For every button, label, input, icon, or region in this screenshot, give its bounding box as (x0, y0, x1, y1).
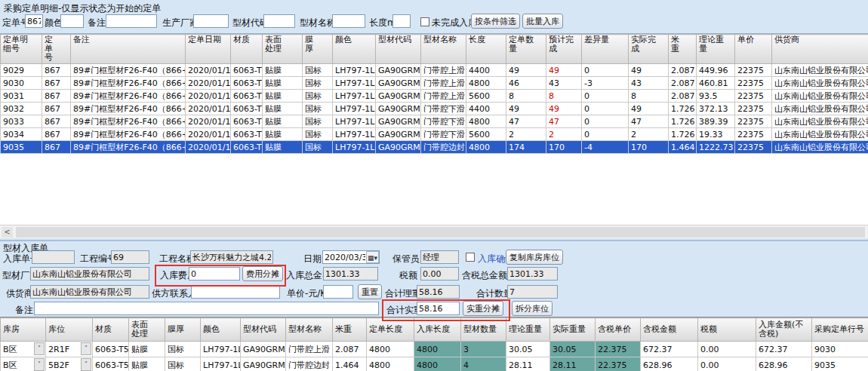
note-input[interactable] (34, 302, 379, 315)
location-combobox[interactable]: 5B2F˅ (46, 357, 93, 371)
col-theory-weight[interactable]: 理论重量 (506, 318, 550, 342)
order-table-row[interactable]: 9031 867 89#门框型材F26-F40（866+867） 2020/01… (1, 90, 868, 103)
scrollbar-track[interactable] (16, 227, 865, 238)
copy-warehouse-button[interactable]: 复制库房库位 (506, 250, 563, 265)
color-filter-input[interactable] (60, 14, 84, 28)
project-name-input[interactable] (190, 250, 273, 264)
calendar-dropdown-icon[interactable]: ▦▾ (366, 251, 379, 263)
col-amount-no-tax[interactable]: 入库金额(不含税) (756, 318, 812, 342)
total-actual-weight-input[interactable] (417, 302, 460, 315)
col-length[interactable]: 长度 (466, 35, 506, 64)
inbound-fee-input[interactable] (189, 267, 240, 281)
cell-remark: 89#门框型材F26-F40（866+867） (71, 90, 186, 103)
chevron-down-icon[interactable]: ˅ (34, 358, 45, 371)
col-order-detail-no[interactable]: 定单明细号 (1, 35, 42, 64)
split-location-button[interactable]: 拆分库位 (512, 301, 553, 316)
unit-price-input[interactable] (323, 285, 353, 299)
col-meter-weight[interactable]: 米重 (333, 318, 367, 342)
supplier-input[interactable] (30, 285, 149, 299)
col-order-qty[interactable]: 定单数量 (506, 35, 546, 64)
col-surface[interactable]: 表面处理 (263, 35, 303, 64)
chevron-down-icon[interactable]: ˅ (81, 358, 91, 371)
col-actual-weight[interactable]: 实际重量 (550, 318, 596, 342)
col-profile-name[interactable]: 型材名称 (421, 35, 466, 64)
cell-supplier: 山东南山铝业股份有限公司 (772, 103, 868, 115)
actual-weight-allocate-button[interactable]: 实重分摊 (463, 301, 503, 316)
order-table-row[interactable]: 9033 867 89#门框型材F26-F40（866+867） 2020/01… (1, 115, 868, 128)
col-remark[interactable]: 备注 (71, 35, 186, 64)
col-amount-with-tax[interactable]: 含税金额 (641, 318, 698, 342)
tax-input[interactable] (420, 267, 459, 281)
order-table-row[interactable]: 9034 867 89#门框型材F26-F40（866+867） 2020/01… (1, 128, 868, 141)
chevron-down-icon[interactable]: ˅ (81, 342, 91, 355)
cell-expected-done: 170 (546, 141, 582, 154)
col-actual-done[interactable]: 实际完成 (629, 35, 669, 64)
length-filter-input[interactable] (392, 14, 411, 28)
inbound-no-input[interactable] (32, 250, 75, 264)
fee-allocate-button[interactable]: 费用分摊 (242, 266, 283, 281)
col-film[interactable]: 膜厚 (165, 318, 201, 342)
col-supplier[interactable]: 供货商 (772, 35, 868, 64)
inbound-confirm-checkbox[interactable] (466, 253, 475, 262)
col-profile-code[interactable]: 型材代码 (241, 318, 286, 342)
cell-expected-done: 49 (546, 103, 582, 115)
order-no-input[interactable] (25, 14, 43, 28)
remark-filter-input[interactable] (106, 14, 157, 28)
unfinished-inbound-checkbox[interactable] (420, 17, 429, 26)
col-unit-price[interactable]: 单价 (735, 35, 772, 64)
location-combobox[interactable]: 2R1F˅ (46, 342, 93, 357)
chevron-down-icon[interactable]: ˅ (34, 342, 45, 355)
inbound-table-row[interactable]: B区˅ 5B2F˅ 6063-T5 贴膜 国标 LH797-1LL0 GA90G… (1, 357, 868, 371)
warehouse-combobox[interactable]: B区˅ (1, 357, 46, 371)
total-quantity-input[interactable] (507, 285, 558, 299)
col-order-no[interactable]: 定单号 (42, 35, 71, 64)
order-table-row[interactable]: 9029 867 89#门框型材F26-F40（866+867） 2020/01… (1, 64, 868, 77)
batch-inbound-button[interactable]: 批量入库 (522, 14, 563, 29)
col-meter-weight[interactable]: 米重 (669, 35, 697, 64)
supplier-contact-input[interactable] (191, 285, 280, 299)
col-profile-code[interactable]: 型材代码 (376, 35, 421, 64)
col-theory-weight[interactable]: 理论重量 (697, 35, 735, 64)
profile-factory-input[interactable] (30, 267, 149, 281)
col-material[interactable]: 材质 (93, 318, 129, 342)
cell-expected-done: 2 (546, 128, 582, 141)
total-theory-weight-input[interactable] (417, 285, 460, 299)
inbound-total-input[interactable] (323, 267, 378, 281)
cell-order-no: 867 (42, 103, 71, 115)
reset-button[interactable]: 重置 (358, 284, 382, 299)
manufacturer-input[interactable] (193, 14, 229, 28)
filter-by-condition-button[interactable]: 按条件筛选 (471, 14, 520, 29)
order-table-row[interactable]: 9030 867 89#门框型材F26-F40（866+867） 2020/01… (1, 77, 868, 90)
cell-profile-name: 门带腔边封 (286, 357, 333, 371)
warehouse-combobox[interactable]: B区˅ (1, 342, 46, 357)
scroll-left-icon[interactable]: < (2, 227, 13, 238)
col-material[interactable]: 材质 (231, 35, 263, 64)
total-with-tax-input[interactable] (507, 267, 558, 281)
col-inbound-length[interactable]: 入库长度 (414, 318, 461, 342)
col-film[interactable]: 膜厚 (303, 35, 333, 64)
col-profile-qty[interactable]: 型材数量 (461, 318, 506, 342)
cell-film: 国标 (303, 90, 333, 103)
keeper-input[interactable] (420, 250, 459, 264)
col-surface[interactable]: 表面处理 (129, 318, 165, 342)
col-color[interactable]: 颜色 (201, 318, 241, 342)
col-order-length[interactable]: 定单长度 (367, 318, 414, 342)
col-price-with-tax[interactable]: 含税单价 (596, 318, 641, 342)
col-warehouse[interactable]: 库房 (1, 318, 46, 342)
cell-order-no: 867 (42, 115, 71, 128)
col-order-date[interactable]: 定单日期 (186, 35, 231, 64)
col-tax[interactable]: 税额 (698, 318, 756, 342)
order-table-row[interactable]: 9032 867 89#门框型材F26-F40（866+867） 2020/01… (1, 103, 868, 115)
col-location[interactable]: 库位 (46, 318, 93, 342)
profile-code-filter-input[interactable] (263, 14, 295, 28)
project-no-input[interactable] (111, 250, 149, 264)
col-po-line-no[interactable]: 采购定单行号 (812, 318, 868, 342)
col-profile-name[interactable]: 型材名称 (286, 318, 333, 342)
col-color[interactable]: 颜色 (333, 35, 376, 64)
inbound-table-row[interactable]: B区˅ 2R1F˅ 6063-T5 贴膜 国标 LH797-1LL0 GA90G… (1, 342, 868, 357)
col-diff-qty[interactable]: 差异量 (582, 35, 629, 64)
col-expected-done[interactable]: 预计完成 (546, 35, 582, 64)
profile-name-filter-input[interactable] (332, 14, 365, 28)
order-table-row[interactable]: 9035 867 89#门框型材F26-F40（866+867） 2020/01… (1, 141, 868, 154)
horizontal-scrollbar[interactable]: < (0, 225, 868, 238)
